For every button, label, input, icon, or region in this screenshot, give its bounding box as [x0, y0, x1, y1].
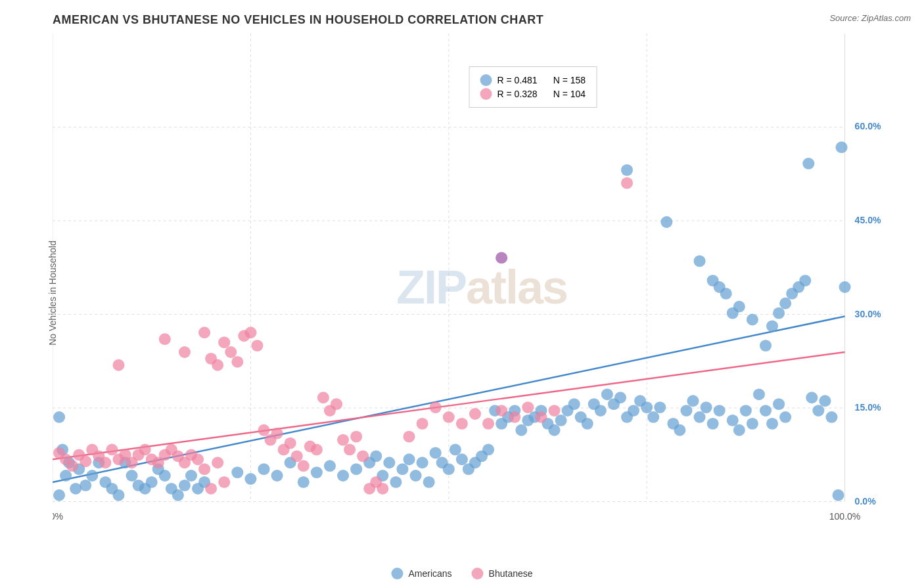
svg-point-202	[377, 483, 388, 495]
svg-point-211	[496, 405, 507, 417]
svg-point-98	[614, 392, 626, 403]
svg-point-50	[231, 466, 243, 478]
svg-point-167	[192, 453, 204, 465]
svg-point-208	[456, 418, 468, 430]
svg-point-210	[482, 418, 494, 430]
svg-point-141	[819, 395, 831, 407]
svg-point-115	[740, 405, 752, 417]
svg-point-138	[802, 158, 814, 169]
svg-point-112	[714, 405, 726, 417]
svg-point-188	[285, 438, 296, 449]
svg-point-52	[258, 463, 269, 475]
svg-point-89	[555, 415, 567, 426]
svg-point-119	[766, 418, 778, 430]
svg-point-64	[390, 476, 402, 488]
svg-point-88	[548, 424, 560, 436]
svg-point-148	[66, 460, 78, 472]
svg-point-44	[172, 489, 184, 501]
svg-point-108	[687, 395, 699, 407]
svg-point-143	[832, 489, 844, 501]
svg-point-118	[760, 405, 772, 417]
svg-point-175	[198, 327, 210, 338]
legend-label-americans: Americans	[408, 568, 451, 579]
svg-point-213	[522, 401, 534, 413]
svg-point-131	[760, 340, 772, 351]
svg-point-124	[693, 256, 705, 267]
svg-point-103	[647, 411, 659, 423]
svg-point-206	[430, 401, 442, 413]
svg-point-51	[244, 473, 256, 485]
svg-point-139	[806, 392, 818, 403]
svg-point-49	[53, 411, 65, 423]
svg-point-189	[291, 450, 303, 462]
svg-point-96	[601, 388, 613, 400]
svg-point-102	[641, 401, 653, 413]
svg-point-134	[779, 298, 791, 309]
legend-item-bhutanese: Bhutanese	[472, 568, 533, 579]
svg-point-142	[825, 411, 837, 423]
svg-text:15.0%: 15.0%	[855, 402, 881, 413]
legend-r-blue: R = 0.481	[497, 75, 538, 85]
svg-point-172	[112, 359, 124, 371]
svg-point-35	[112, 489, 124, 501]
svg-point-215	[548, 405, 560, 417]
svg-point-214	[535, 411, 547, 423]
chart-legend: R = 0.481 N = 158 R = 0.328 N = 104	[469, 66, 597, 108]
svg-text:60.0%: 60.0%	[855, 122, 881, 132]
legend-row-blue: R = 0.481 N = 158	[480, 74, 586, 86]
svg-point-42	[159, 470, 171, 482]
legend-dot-americans	[391, 568, 403, 579]
svg-point-170	[212, 457, 223, 468]
svg-point-56	[311, 466, 323, 478]
legend-dot-pink	[480, 88, 492, 100]
chart-title: AMERICAN VS BHUTANESE NO VEHICLES IN HOU…	[53, 13, 911, 27]
svg-text:45.0%: 45.0%	[855, 215, 881, 225]
legend-row-pink: R = 0.328 N = 104	[480, 88, 586, 100]
svg-point-61	[370, 450, 382, 462]
svg-point-196	[337, 434, 349, 446]
svg-point-59	[350, 463, 362, 475]
svg-point-133	[773, 307, 785, 319]
svg-point-216	[496, 252, 507, 264]
svg-point-45	[179, 480, 191, 491]
legend-dot-bhutanese	[472, 568, 484, 579]
svg-point-190	[298, 460, 310, 472]
svg-point-150	[80, 455, 91, 467]
svg-point-180	[231, 356, 243, 368]
svg-point-46	[185, 470, 197, 482]
svg-point-197	[344, 444, 356, 456]
svg-point-106	[674, 424, 685, 436]
svg-text:0.0%: 0.0%	[53, 511, 63, 522]
svg-point-212	[509, 411, 520, 423]
svg-point-154	[106, 444, 118, 456]
svg-point-184	[258, 424, 269, 436]
svg-point-130	[747, 314, 758, 326]
svg-point-72	[443, 463, 455, 475]
svg-point-127	[720, 288, 732, 300]
legend-label-bhutanese: Bhutanese	[489, 568, 533, 579]
svg-point-145	[839, 281, 850, 293]
svg-point-174	[179, 346, 191, 358]
legend-n-blue: N = 158	[553, 75, 586, 85]
svg-point-66	[403, 453, 415, 465]
bottom-legend: Americans Bhutanese	[391, 568, 532, 579]
svg-point-114	[733, 424, 745, 436]
legend-item-americans: Americans	[391, 568, 451, 579]
svg-point-177	[212, 359, 223, 371]
chart-container: AMERICAN VS BHUTANESE NO VEHICLES IN HOU…	[0, 0, 924, 586]
svg-point-57	[324, 460, 336, 472]
svg-point-178	[218, 336, 230, 348]
svg-point-116	[747, 418, 758, 430]
svg-point-113	[727, 415, 739, 426]
svg-point-29	[80, 480, 91, 491]
svg-point-110	[701, 401, 712, 413]
svg-point-140	[812, 405, 824, 417]
svg-point-74	[456, 453, 468, 465]
svg-point-55	[298, 476, 310, 488]
svg-point-169	[205, 483, 217, 495]
svg-point-159	[139, 444, 151, 456]
svg-point-69	[423, 476, 435, 488]
legend-dot-blue	[480, 74, 492, 86]
svg-point-205	[417, 418, 428, 430]
svg-point-111	[707, 418, 719, 430]
